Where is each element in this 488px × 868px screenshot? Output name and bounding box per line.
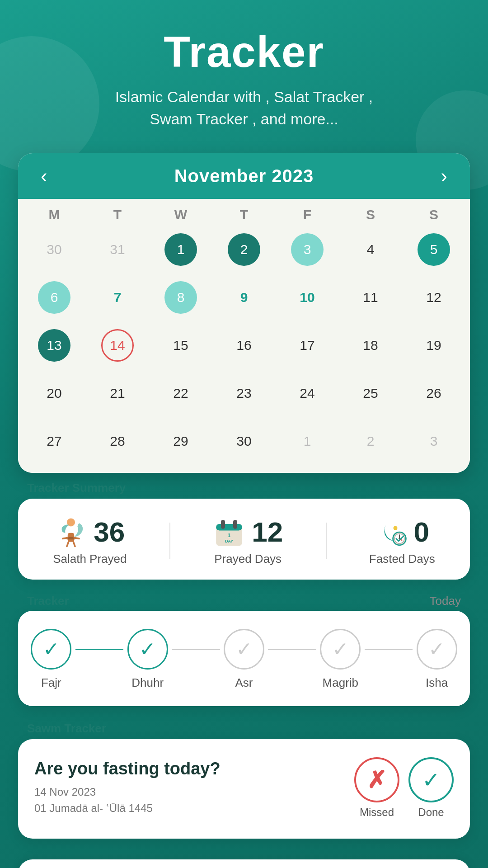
calendar-day-14[interactable]: 14 — [86, 323, 149, 368]
calendar-day-11[interactable]: 11 — [339, 275, 402, 320]
sawm-info: Are you fasting today? 14 Nov 2023 01 Ju… — [34, 759, 221, 816]
calendar-day-30[interactable]: 30 — [23, 227, 86, 272]
calendar-day-4[interactable]: 4 — [339, 227, 402, 272]
header-subtitle: Islamic Calendar with , Salat Tracker ,S… — [115, 86, 373, 131]
calendar-day-31[interactable]: 31 — [86, 227, 149, 272]
tracker-section: Tracker Today ✓ Fajr — [18, 587, 470, 706]
prayer-dhuhr-circle[interactable]: ✓ — [127, 629, 168, 670]
calendar-day-25[interactable]: 25 — [339, 371, 402, 416]
calendar-weekdays: M T W T F S S — [23, 199, 465, 227]
calendar-day-10[interactable]: 10 — [276, 275, 339, 320]
summary-card: 36 Salath Prayed 1 — [18, 499, 470, 580]
calendar-day-16[interactable]: 16 — [212, 323, 276, 368]
calendar-day-18[interactable]: 18 — [339, 323, 402, 368]
calendar-day-1[interactable]: 1 — [149, 227, 212, 272]
svg-line-5 — [67, 542, 69, 546]
calendar-day-9[interactable]: 9 — [212, 275, 276, 320]
calendar-day-2[interactable]: 2 — [339, 419, 402, 464]
summary-section-label: Tracker Summery — [18, 473, 470, 499]
summary-section: Tracker Summery — [18, 473, 470, 580]
summary-salath-number: 36 — [94, 516, 125, 548]
page-title: Tracker — [164, 27, 324, 77]
sawm-actions: ✗ Missed ✓ Done — [354, 757, 454, 819]
calendar-day-12[interactable]: 12 — [402, 275, 465, 320]
connector-4 — [365, 649, 413, 650]
prayer-isha-label: Isha — [426, 676, 448, 690]
calendar-day-15[interactable]: 15 — [149, 323, 212, 368]
summary-prayed-number: 12 — [252, 516, 283, 548]
prayer-magrib-circle[interactable]: ✓ — [320, 629, 361, 670]
calendar-day-22[interactable]: 22 — [149, 371, 212, 416]
svg-line-4 — [75, 538, 80, 538]
summary-divider-1 — [169, 523, 170, 559]
connector-3 — [268, 649, 316, 650]
prayer-asr-label: Asr — [235, 676, 253, 690]
calendar-day-20[interactable]: 20 — [23, 371, 86, 416]
calendar-day-30[interactable]: 30 — [212, 419, 276, 464]
calendar-day-6[interactable]: 6 — [23, 275, 86, 320]
svg-point-13 — [393, 526, 397, 530]
calendar-day-29[interactable]: 29 — [149, 419, 212, 464]
calendar-day-19[interactable]: 19 — [402, 323, 465, 368]
calendar-month-year: November 2023 — [174, 166, 314, 186]
calendar-day-23[interactable]: 23 — [212, 371, 276, 416]
prayer-card: ✓ Fajr ✓ Dhuhr — [18, 611, 470, 706]
calendar-day-7[interactable]: 7 — [86, 275, 149, 320]
calendar-day-17[interactable]: 17 — [276, 323, 339, 368]
calendar-day-26[interactable]: 26 — [402, 371, 465, 416]
sawm-section: Sawm Tracker Are you fasting today? 14 N… — [18, 713, 470, 839]
svg-rect-10 — [233, 520, 237, 529]
calendar-header: ‹ November 2023 › — [18, 153, 470, 199]
calendar-day-21[interactable]: 21 — [86, 371, 149, 416]
prayer-dhuhr-label: Dhuhr — [131, 676, 164, 690]
salath-icon — [55, 516, 87, 548]
dhuhr-checkmark: ✓ — [139, 637, 156, 660]
weekday-m: M — [23, 207, 86, 222]
calendar-day-27[interactable]: 27 — [23, 419, 86, 464]
calendar-day-5[interactable]: 5 — [402, 227, 465, 272]
calendar-body: M T W T F S S 30311234567891011121314151… — [18, 199, 470, 473]
calendar-card: ‹ November 2023 › M T W T F S S 30311234… — [18, 153, 470, 473]
missed-button[interactable]: ✗ — [354, 757, 399, 802]
calendar-grid: 3031123456789101112131415161718192021222… — [23, 227, 465, 464]
calendar-day-1[interactable]: 1 — [276, 419, 339, 464]
calendar-next-button[interactable]: › — [436, 166, 452, 186]
summary-salath: 36 Salath Prayed — [53, 516, 127, 566]
sawm-date-gregorian: 14 Nov 2023 — [34, 784, 221, 800]
calendar-day-2[interactable]: 2 — [212, 227, 276, 272]
calendar-prev-button[interactable]: ‹ — [36, 166, 52, 186]
done-button[interactable]: ✓ — [408, 757, 454, 802]
prayer-asr-circle[interactable]: ✓ — [224, 629, 264, 670]
summary-fasted: 0 Fasted Days — [369, 516, 435, 566]
summary-prayed: 1 DAY 12 Prayed Days — [213, 516, 283, 566]
calendar-day-28[interactable]: 28 — [86, 419, 149, 464]
prayer-fajr-label: Fajr — [41, 676, 61, 690]
summary-fasted-number: 0 — [414, 516, 429, 548]
prayer-isha-circle[interactable]: ✓ — [417, 629, 457, 670]
summary-divider-2 — [326, 523, 327, 559]
weekday-s1: S — [339, 207, 402, 222]
calendar-day-24[interactable]: 24 — [276, 371, 339, 416]
svg-rect-8 — [216, 524, 242, 530]
sawm-card: Are you fasting today? 14 Nov 2023 01 Ju… — [18, 739, 470, 839]
svg-line-3 — [63, 538, 68, 538]
weekday-s2: S — [402, 207, 465, 222]
fajr-checkmark: ✓ — [43, 637, 60, 660]
magrib-checkmark: ✓ — [332, 637, 349, 660]
prayer-magrib: ✓ Magrib — [316, 629, 365, 690]
svg-rect-9 — [221, 520, 225, 529]
svg-text:DAY: DAY — [225, 539, 233, 543]
summary-prayed-label: Prayed Days — [214, 552, 282, 566]
done-label: Done — [418, 806, 444, 819]
weekday-t2: T — [212, 207, 276, 222]
sawm-section-label: Sawm Tracker — [18, 713, 470, 739]
calendar-day-3[interactable]: 3 — [276, 227, 339, 272]
bottom-nav: 🏠 Home Qibla 🕐 Salath Times — [18, 859, 470, 868]
weekday-w: W — [149, 207, 212, 222]
calendar-day-3[interactable]: 3 — [402, 419, 465, 464]
prayer-fajr-circle[interactable]: ✓ — [31, 629, 71, 670]
calendar-day-8[interactable]: 8 — [149, 275, 212, 320]
svg-line-6 — [74, 542, 75, 546]
missed-label: Missed — [360, 806, 394, 819]
calendar-day-13[interactable]: 13 — [23, 323, 86, 368]
